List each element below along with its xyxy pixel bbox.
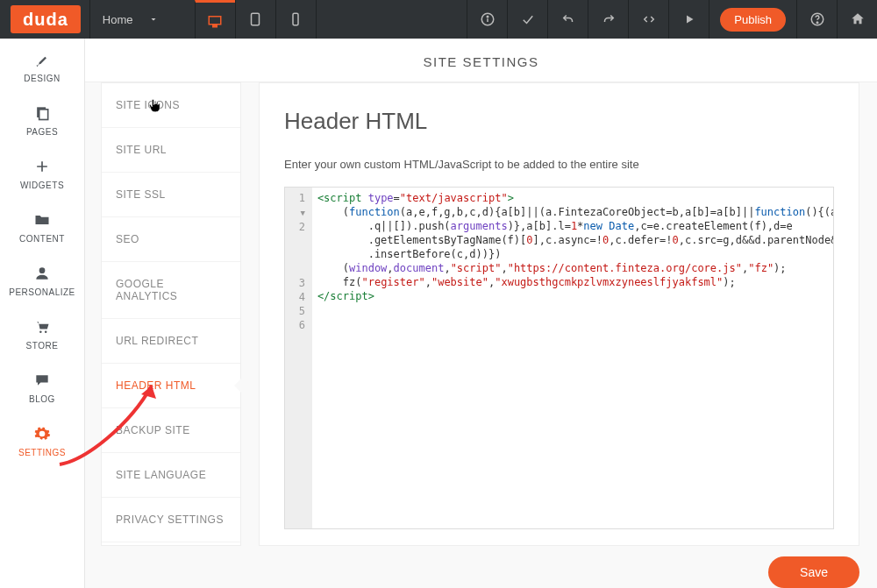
redo-button[interactable] [588,0,628,39]
check-button[interactable] [507,0,547,39]
play-icon [681,11,697,27]
code-icon [641,11,657,27]
publish-button[interactable]: Publish [720,8,786,32]
mobile-icon [288,11,303,27]
info-icon [480,11,496,27]
device-mobile-button[interactable] [275,0,316,39]
device-desktop-button[interactable] [195,0,235,39]
chevron-down-icon [148,14,159,25]
topbar: duda Home Publish [0,0,877,39]
preview-button[interactable] [668,0,709,39]
svg-rect-0 [252,13,260,25]
brand-logo: duda [11,5,81,33]
undo-icon [560,11,576,27]
home-button[interactable] [837,0,877,39]
info-button[interactable] [467,0,507,39]
svg-point-4 [487,16,488,18]
check-icon [520,11,536,27]
device-tablet-button[interactable] [235,0,275,39]
svg-point-7 [816,22,818,24]
help-icon [809,11,825,27]
svg-rect-1 [293,13,298,25]
svg-marker-5 [687,16,694,24]
help-button[interactable] [796,0,837,39]
tablet-icon [247,11,263,27]
page-selector[interactable]: Home [89,0,195,39]
desktop-icon [207,13,223,29]
home-icon [850,11,866,27]
page-selector-label: Home [103,13,133,26]
dev-mode-button[interactable] [628,0,668,39]
undo-button[interactable] [547,0,588,39]
redo-icon [601,11,617,27]
